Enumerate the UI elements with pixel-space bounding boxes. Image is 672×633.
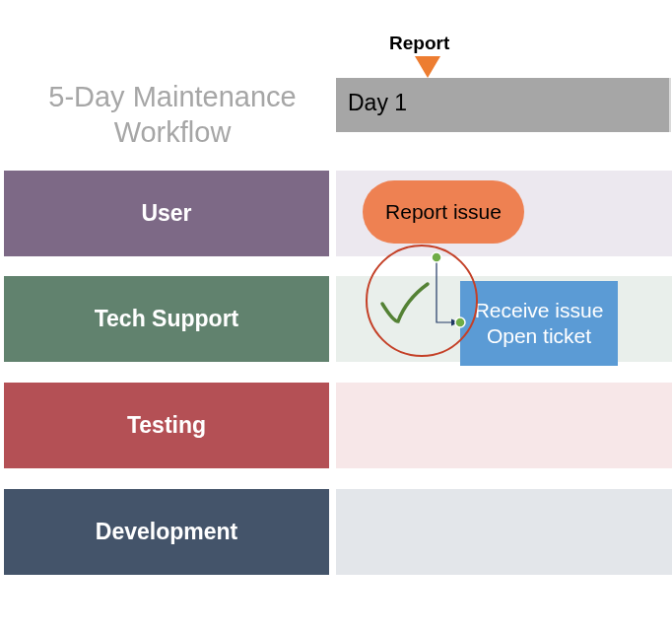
swimlane-area-development (336, 489, 672, 575)
swimlane-label-development: Development (4, 489, 329, 575)
swimlane-area-testing (336, 383, 672, 468)
phase-marker-icon (415, 56, 440, 78)
connector-handle-start[interactable] (432, 252, 441, 262)
node-receive-line1: Receive issue (475, 298, 604, 323)
node-receive-line2: Open ticket (487, 323, 591, 349)
phase-label-report: Report (389, 33, 449, 54)
checkmark-icon (378, 278, 433, 327)
connector-handle-end[interactable] (455, 317, 465, 327)
swimlane-label-tech-support: Tech Support (4, 276, 329, 362)
swimlane-label-user: User (4, 171, 329, 256)
node-receive-issue[interactable]: Receive issue Open ticket (460, 281, 618, 366)
column-header-day1: Day 1 (336, 78, 671, 132)
swimlane-label-testing: Testing (4, 383, 329, 468)
connector-report-to-receive[interactable] (431, 251, 470, 330)
diagram-title: 5-Day Maintenance Workflow (20, 79, 325, 151)
node-report-issue[interactable]: Report issue (363, 180, 524, 244)
